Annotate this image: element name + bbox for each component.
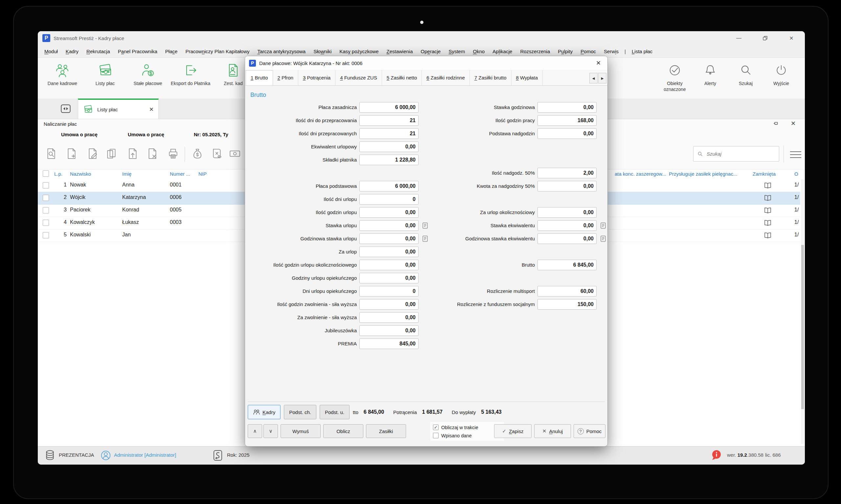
button-zasi-ki[interactable]: Zasiłki (366, 424, 406, 438)
row-checkbox[interactable] (43, 220, 49, 226)
footer-button-podst-u-[interactable]: Podst. u. (320, 405, 350, 419)
search-input[interactable] (706, 151, 770, 157)
menu-operacje[interactable]: Operacje (417, 49, 445, 54)
menu-serwis[interactable]: Serwis (600, 49, 623, 54)
rate-lookup-button[interactable] (599, 222, 607, 230)
button-pomoc[interactable]: ?Pomoc (574, 424, 606, 438)
field-input[interactable]: 0 (360, 286, 419, 296)
button-anuluj[interactable]: ✕Anuluj (534, 424, 571, 438)
database-name[interactable]: PREZENTACJA (59, 452, 94, 458)
scrollbar-thumb[interactable] (801, 245, 804, 409)
button-zapisz[interactable]: ✓Zapisz (494, 424, 531, 438)
doc-search-icon[interactable] (45, 147, 57, 160)
footer-button-podst-ch-[interactable]: Podst. ch. (284, 405, 316, 419)
checkbox-wpisano-dane[interactable]: Wpisano dane (433, 431, 501, 440)
field-input[interactable]: 0,00 (360, 312, 419, 323)
checkbox-box[interactable]: ✓ (433, 425, 439, 430)
menu-lista-p-ac[interactable]: Lista płac (628, 49, 656, 54)
menu-kasy-po-yczkowe[interactable]: Kasy pożyczkowe (335, 49, 382, 54)
select-all-checkbox[interactable] (43, 170, 49, 177)
footer-button-kadry[interactable]: Kadry (248, 405, 281, 419)
money-bag-icon[interactable] (191, 147, 204, 160)
menu-rozszerzenia[interactable]: Rozszerzenia (516, 49, 554, 54)
row-checkbox[interactable] (43, 195, 49, 201)
menu-p-ace[interactable]: Płace (161, 49, 182, 54)
toolbar-obiekty-oznaczone[interactable]: Obiekty oznaczone (657, 58, 693, 98)
banknote-icon[interactable] (229, 147, 241, 160)
field-input[interactable]: 2,00 (538, 168, 597, 178)
doc-add-icon[interactable] (65, 147, 78, 160)
menu-rekrutacja[interactable]: Rekrutacja (83, 49, 114, 54)
col-imie[interactable]: Imię (122, 171, 132, 177)
field-input[interactable]: 0,00 (360, 233, 419, 244)
vertical-scrollbar[interactable] (801, 179, 804, 444)
checkbox-obliczaj-w-trakcie[interactable]: ✓Obliczaj w trakcie (433, 423, 501, 431)
restore-button[interactable] (757, 33, 773, 43)
field-input[interactable]: 0,00 (538, 102, 597, 113)
col-numer[interactable]: Numer ... (170, 171, 190, 177)
field-input[interactable]: 0,00 (538, 220, 597, 231)
field-input[interactable]: 1 228,80 (360, 155, 419, 165)
menu-tarcza-antykryzysowa[interactable]: Tarcza antykryzysowa (253, 49, 310, 54)
field-input[interactable]: 0,00 (538, 181, 597, 192)
payroll-script-icon[interactable] (210, 147, 223, 160)
copy-icon[interactable] (105, 147, 118, 160)
menu-modu-[interactable]: Moduł (40, 49, 62, 54)
home-button[interactable] (41, 101, 56, 116)
field-input[interactable]: 0,00 (360, 220, 419, 231)
button-oblicz[interactable]: Oblicz (323, 424, 363, 438)
field-input[interactable]: 0,00 (360, 247, 419, 257)
field-input[interactable]: 60,00 (538, 286, 597, 296)
col-data-konc[interactable]: ata konc. zaszeregow... (615, 171, 666, 177)
menu-zestawienia[interactable]: Zestawienia (383, 49, 417, 54)
pin-icon[interactable] (772, 121, 779, 128)
field-input[interactable]: 168,00 (538, 115, 597, 126)
field-input[interactable]: 845,00 (360, 339, 419, 349)
row-checkbox[interactable] (43, 207, 49, 213)
field-input[interactable]: 6 000,00 (360, 102, 419, 113)
col-okres[interactable]: O (794, 171, 798, 177)
menu-pracowniczy-plan-kapita-owy[interactable]: Pracowniczy Plan Kapitałowy (181, 49, 253, 54)
field-input[interactable]: 0,00 (360, 207, 419, 218)
col-lp[interactable]: L.p. (54, 171, 63, 177)
field-input[interactable]: 0,00 (538, 233, 597, 244)
print-icon[interactable] (167, 147, 179, 160)
toolbar-eksport-platnika[interactable]: Eksport do Płatnika (169, 58, 212, 98)
field-input[interactable]: 21 (360, 128, 419, 139)
field-input[interactable]: 6 845,00 (538, 260, 597, 270)
field-input[interactable]: 0,00 (360, 260, 419, 270)
current-user[interactable]: Administrator [Administrator] (114, 452, 176, 458)
toolbar-listy-plac[interactable]: Listy płac (84, 58, 126, 98)
minimize-button[interactable]: — (731, 33, 747, 43)
menu-panel-pracownika[interactable]: Panel Pracownika (114, 49, 161, 54)
menu-aplikacje[interactable]: Aplikacje (489, 49, 516, 54)
button-wymu-[interactable]: Wymuś (281, 424, 321, 438)
field-input[interactable]: 150,00 (538, 299, 597, 310)
close-button[interactable]: ✕ (784, 33, 799, 43)
panel-close-icon[interactable]: ✕ (791, 120, 796, 127)
col-zasilek[interactable]: Przysługuje zasiłek pielęgnac... (669, 171, 737, 177)
col-nazwisko[interactable]: Nazwisko (70, 171, 91, 177)
field-input[interactable]: 0 (360, 194, 419, 204)
info-bubble-icon[interactable] (710, 449, 723, 462)
toolbar-dane-kadrowe[interactable]: Dane kadrowe (41, 58, 84, 98)
row-checkbox[interactable] (43, 232, 49, 238)
row-checkbox[interactable] (43, 182, 49, 188)
toolbar-alerty[interactable]: Alerty (693, 58, 728, 98)
doc-delete-icon[interactable] (146, 147, 159, 160)
checkbox-box[interactable] (433, 433, 439, 438)
prev-record-button[interactable]: ∧ (248, 424, 262, 438)
field-input[interactable]: 0,00 (360, 142, 419, 152)
field-input[interactable]: 0,00 (360, 273, 419, 283)
field-input[interactable]: 21 (360, 115, 419, 126)
current-year[interactable]: Rok: 2025 (227, 452, 249, 458)
menu-pulpity[interactable]: Pulpity (554, 49, 577, 54)
menu-kadry[interactable]: Kadry (62, 49, 83, 54)
field-input[interactable]: 0,00 (360, 325, 419, 336)
next-record-button[interactable]: ∨ (263, 424, 278, 438)
col-zamknieta[interactable]: Zamknięta (753, 171, 776, 177)
panel-toggle-button[interactable] (58, 101, 73, 116)
menu-okno[interactable]: Okno (469, 49, 489, 54)
doc-import-icon[interactable] (126, 147, 139, 160)
field-input[interactable]: 6 000,00 (360, 181, 419, 192)
